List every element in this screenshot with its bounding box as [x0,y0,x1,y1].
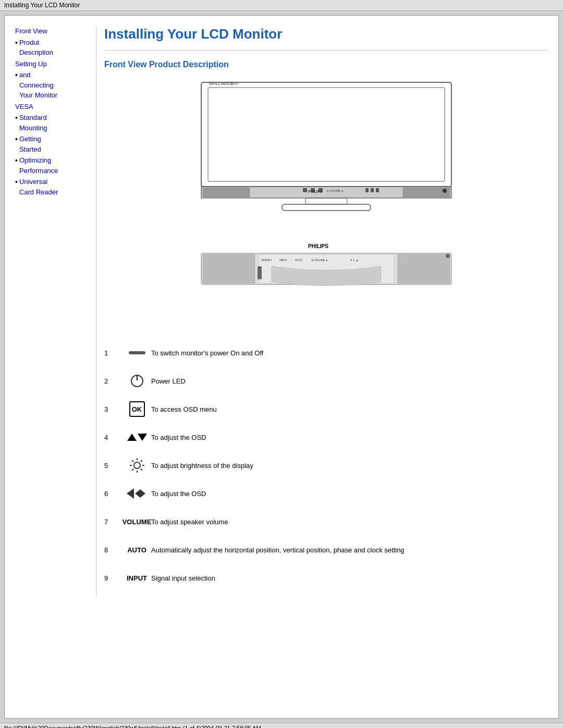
svg-marker-63 [135,489,145,498]
sidebar-item-front-view[interactable]: Front View [15,26,91,36]
feature-row-6: 6 To adjust the OSD [104,484,548,503]
sidebar-item-and[interactable]: • andConnectingYour Monitor [15,70,91,101]
svg-rect-13 [403,188,450,197]
feature-number-9: 9 [104,574,123,582]
feature-desc-3: To access OSD menu [151,405,548,413]
sidebar-item-universal[interactable]: • UniversalCard Reader [15,177,91,197]
feature-row-3: 3 OK To access OSD menu [104,400,548,418]
sidebar-item-optimizing[interactable]: • OptimizingPerformance [15,155,91,176]
svg-line-58 [132,460,133,462]
sidebar-link-universal[interactable]: UniversalCard Reader [19,177,58,197]
power-icon [129,373,145,389]
feature-desc-4: To adjust the OSD [151,434,548,441]
svg-rect-5 [303,188,307,192]
svg-text:AUTO: AUTO [295,258,302,262]
svg-text:◄ VOLUME ►: ◄ VOLUME ► [311,258,328,262]
svg-text:MHPSET: MHPSET [261,258,272,262]
feature-row-2: 2 Power LED [104,372,548,390]
svg-rect-10 [371,188,374,192]
svg-rect-11 [376,188,379,192]
title-bar: Installing Your LCD Monitor [0,0,563,11]
feature-icon-3: OK [123,401,151,417]
sun-brightness-icon [129,457,145,474]
title-bar-text: Installing Your LCD Monitor [4,2,80,9]
sidebar-link-setting-up[interactable]: Setting Up [15,59,91,69]
sidebar-link-and[interactable]: andConnectingYour Monitor [19,70,57,101]
svg-rect-0 [201,82,451,187]
sidebar-link-front-view[interactable]: Front View [15,26,91,36]
up-down-arrows-icon [127,434,147,441]
svg-line-61 [132,469,133,471]
arrow-up-icon [127,434,137,441]
sidebar-link-product-desc[interactable]: ProdutDescription [19,38,53,58]
svg-text:◄ VOLUME ►: ◄ VOLUME ► [326,189,344,192]
bullet-icon-6: • [15,177,18,188]
sidebar: Front View • ProdutDescription Setting U… [15,26,96,597]
svg-rect-15 [305,198,347,204]
section-title: Front View Product Description [104,60,548,69]
auto-label: AUTO [127,546,146,554]
monitor-control-diagram: PHILIPS [199,238,454,323]
left-diamond-arrow-icon [127,485,148,502]
feature-row-5: 5 To ad [104,456,548,475]
sidebar-link-optimizing[interactable]: OptimizingPerformance [19,155,58,176]
svg-point-17 [443,189,447,193]
feature-icon-6 [123,485,151,502]
feature-desc-5: To adjust brightness of the display [151,462,548,470]
svg-line-60 [140,460,142,462]
svg-text:230W: 230W [230,82,238,85]
feature-desc-2: Power LED [151,377,548,385]
svg-point-53 [134,462,140,468]
feature-row-7: 7 VOLUME To adjust speaker volume [104,512,548,531]
page-title: Installing Your LCD Monitor [104,26,548,42]
sidebar-item-vesa[interactable]: VESA [15,102,91,112]
svg-marker-62 [127,488,134,499]
svg-rect-1 [208,88,445,181]
feature-icon-5 [123,457,151,474]
feature-number-3: 3 [104,405,123,413]
svg-line-59 [140,469,142,471]
browser-container: Front View • ProdutDescription Setting U… [4,15,559,719]
status-bar: file:///D|/My%20Documents/dfu/230W/engli… [0,723,563,728]
sidebar-item-setting-up[interactable]: Setting Up [15,59,91,69]
bullet-icon-3: • [15,113,18,124]
main-content: Installing Your LCD Monitor Front View P… [96,26,548,597]
feature-desc-7: To adjust speaker volume [151,518,548,526]
bullet-icon-5: • [15,155,18,166]
features-list: 1 To switch monitor's power On and Off 2 [104,343,548,587]
svg-rect-16 [282,204,371,211]
bullet-icon-4: • [15,134,18,145]
sidebar-item-getting[interactable]: • GettingStarted [15,134,91,154]
feature-number-2: 2 [104,377,123,385]
svg-point-50 [446,254,450,258]
input-label: INPUT [127,574,147,582]
svg-text:INPUT: INPUT [279,258,287,262]
ok-button-icon: OK [129,401,145,417]
monitor-front-diagram: BRILLIANCE 230W ◄ VOLUME ► [199,77,454,225]
arrow-down-icon [138,434,147,441]
sidebar-link-vesa[interactable]: VESA [15,102,91,112]
svg-text:PHILIPS: PHILIPS [308,243,328,249]
feature-desc-9: Signal input selection [151,574,548,582]
feature-desc-6: To adjust the OSD [151,490,548,498]
svg-rect-49 [258,266,262,279]
feature-icon-9: INPUT [123,574,151,582]
feature-row-1: 1 To switch monitor's power On and Off [104,343,548,362]
sidebar-link-getting[interactable]: GettingStarted [19,134,41,154]
feature-number-6: 6 [104,490,123,498]
feature-icon-1 [123,351,151,354]
volume-label: VOLUME [123,518,152,526]
sidebar-link-standard[interactable]: StandardMounting [19,113,47,133]
sidebar-item-standard[interactable]: • StandardMounting [15,113,91,133]
feature-number-5: 5 [104,462,123,470]
feature-icon-4 [123,434,151,441]
feature-row-9: 9 INPUT Signal input selection [104,569,548,587]
svg-text:PHILIPS: PHILIPS [308,190,323,193]
feature-row-4: 4 To adjust the OSD [104,428,548,447]
status-bar-text: file:///D|/My%20Documents/dfu/230W/engli… [4,725,261,728]
feature-desc-8: Automatically adjust the horizontal posi… [151,546,548,554]
svg-text:▼ ✦ ▲: ▼ ✦ ▲ [350,258,359,262]
sidebar-item-product-desc[interactable]: • ProdutDescription [15,38,91,58]
feature-number-4: 4 [104,434,123,441]
bullet-icon: • [15,38,18,48]
